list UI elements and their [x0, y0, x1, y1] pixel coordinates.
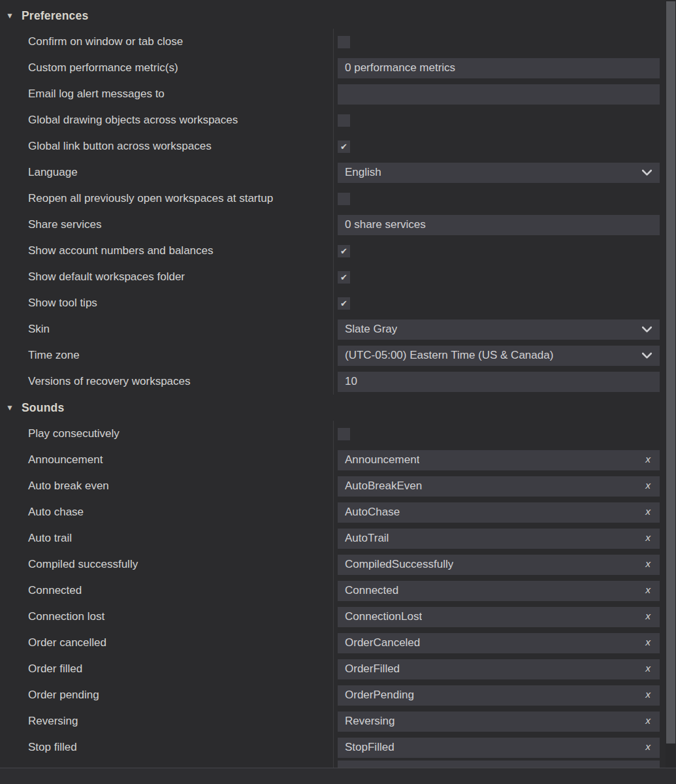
control-cell — [333, 186, 666, 212]
control-cell: AutoChasex — [333, 499, 666, 525]
settings-row: SkinSlate Gray — [0, 316, 666, 342]
row-label: Time zone — [0, 342, 333, 368]
sound-field[interactable]: AutoTrailx — [338, 529, 660, 549]
scrollbar[interactable] — [666, 0, 676, 768]
control-cell: Reversingx — [333, 708, 666, 734]
field-value: 0 share services — [345, 218, 426, 231]
control-cell: ✔ — [333, 238, 666, 264]
control-cell: AutoBreakEvenx — [333, 473, 666, 499]
clear-sound-icon[interactable]: x — [645, 662, 651, 674]
field-value: AutoTrail — [345, 532, 389, 545]
sound-field[interactable]: AutoBreakEvenx — [338, 476, 660, 497]
settings-row: Global drawing objects across workspaces — [0, 107, 666, 133]
clear-sound-icon[interactable]: x — [645, 584, 651, 596]
clear-sound-icon[interactable]: x — [645, 610, 651, 622]
settings-row: Stop filledStopFilledx — [0, 734, 666, 760]
row-label: Confirm on window or tab close — [0, 29, 333, 55]
checkbox[interactable]: ✔ — [338, 245, 350, 257]
section-header-preferences[interactable]: ▼Preferences — [0, 3, 666, 29]
settings-row: Show tool tips✔ — [0, 290, 666, 316]
settings-row: Order pendingOrderPendingx — [0, 682, 666, 708]
clear-sound-icon[interactable]: x — [645, 453, 651, 465]
clear-sound-icon[interactable]: x — [645, 741, 651, 753]
settings-row: Auto trailAutoTrailx — [0, 525, 666, 551]
row-label: Auto break even — [0, 473, 333, 499]
settings-row: Custom performance metric(s)0 performanc… — [0, 55, 666, 81]
settings-row: ConnectedConnectedx — [0, 578, 666, 604]
sound-field[interactable]: OrderFilledx — [338, 659, 660, 679]
row-label: Versions of recovery workspaces — [0, 368, 333, 395]
sound-field[interactable]: Reversingx — [338, 711, 660, 732]
control-cell: 10 — [333, 368, 666, 395]
settings-row: Connection lostConnectionLostx — [0, 604, 666, 630]
dropdown[interactable]: (UTC-05:00) Eastern Time (US & Canada) — [338, 346, 660, 366]
sound-field[interactable]: StopFilledx — [338, 738, 660, 758]
settings-row: Order filledOrderFilledx — [0, 656, 666, 682]
settings-row: Share services0 share services — [0, 212, 666, 238]
row-label: Stop filled — [0, 734, 333, 760]
settings-row: Global link button across workspaces✔ — [0, 133, 666, 159]
checkbox[interactable] — [338, 114, 350, 127]
field-value: 0 performance metrics — [345, 61, 455, 74]
clear-sound-icon[interactable]: x — [645, 636, 651, 648]
row-label: Announcement — [0, 447, 333, 473]
settings-property-grid: ▼PreferencesConfirm on window or tab clo… — [0, 0, 666, 781]
sound-field[interactable]: OrderCanceledx — [338, 633, 660, 653]
control-cell: Connectedx — [333, 578, 666, 604]
field-value: CompiledSuccessfully — [345, 558, 453, 571]
settings-row: Compiled successfullyCompiledSuccessfull… — [0, 551, 666, 578]
row-label: Share services — [0, 212, 333, 238]
text-field[interactable]: 0 share services — [338, 215, 660, 235]
text-field[interactable]: 0 performance metrics — [338, 58, 660, 78]
chevron-down-icon — [641, 352, 652, 359]
clear-sound-icon[interactable]: x — [645, 715, 651, 727]
check-icon: ✔ — [340, 271, 347, 284]
field-value: ConnectionLost — [345, 610, 422, 623]
text-field[interactable] — [338, 84, 660, 105]
checkbox[interactable] — [338, 36, 350, 48]
settings-row: Versions of recovery workspaces10 — [0, 368, 666, 395]
checkbox[interactable] — [338, 193, 350, 205]
check-icon: ✔ — [340, 297, 347, 310]
checkbox[interactable]: ✔ — [338, 297, 350, 310]
preferences-panel: ▼PreferencesConfirm on window or tab clo… — [0, 0, 676, 784]
checkbox[interactable] — [338, 428, 350, 440]
clear-sound-icon[interactable]: x — [645, 689, 651, 700]
clear-sound-icon[interactable]: x — [645, 532, 651, 544]
clear-sound-icon[interactable]: x — [645, 558, 651, 570]
clear-sound-icon[interactable]: x — [645, 480, 651, 491]
collapse-triangle-icon: ▼ — [6, 12, 22, 20]
collapse-triangle-icon: ▼ — [6, 404, 22, 412]
settings-row: Order cancelledOrderCanceledx — [0, 630, 666, 656]
control-cell — [333, 81, 666, 107]
sound-field[interactable]: Announcementx — [338, 450, 660, 470]
section-header-sounds[interactable]: ▼Sounds — [0, 395, 666, 421]
field-value: Reversing — [345, 715, 395, 728]
sound-field[interactable]: CompiledSuccessfullyx — [338, 555, 660, 575]
scrollbar-thumb[interactable] — [666, 1, 675, 743]
dropdown[interactable]: Slate Gray — [338, 319, 660, 340]
sound-field[interactable]: ConnectionLostx — [338, 607, 660, 627]
row-label: Order cancelled — [0, 630, 333, 656]
row-label: Auto trail — [0, 525, 333, 551]
control-cell — [333, 421, 666, 447]
checkbox[interactable]: ✔ — [338, 271, 350, 284]
row-label: Order pending — [0, 682, 333, 708]
sound-field[interactable]: Connectedx — [338, 581, 660, 601]
dropdown[interactable]: English — [338, 163, 660, 183]
settings-row: Play consecutively — [0, 421, 666, 447]
row-label: Order filled — [0, 656, 333, 682]
field-value: AutoChase — [345, 506, 400, 519]
text-field[interactable]: 10 — [338, 372, 660, 392]
settings-row: Confirm on window or tab close — [0, 29, 666, 55]
sound-field[interactable]: OrderPendingx — [338, 685, 660, 706]
sound-field[interactable]: AutoChasex — [338, 502, 660, 523]
row-label: Show account numbers and balances — [0, 238, 333, 264]
control-cell: ✔ — [333, 290, 666, 316]
clear-sound-icon[interactable]: x — [645, 506, 651, 517]
checkbox[interactable]: ✔ — [338, 140, 350, 153]
settings-row: Show account numbers and balances✔ — [0, 238, 666, 264]
control-cell: 0 share services — [333, 212, 666, 238]
control-cell: StopFilledx — [333, 734, 666, 760]
control-cell: OrderPendingx — [333, 682, 666, 708]
